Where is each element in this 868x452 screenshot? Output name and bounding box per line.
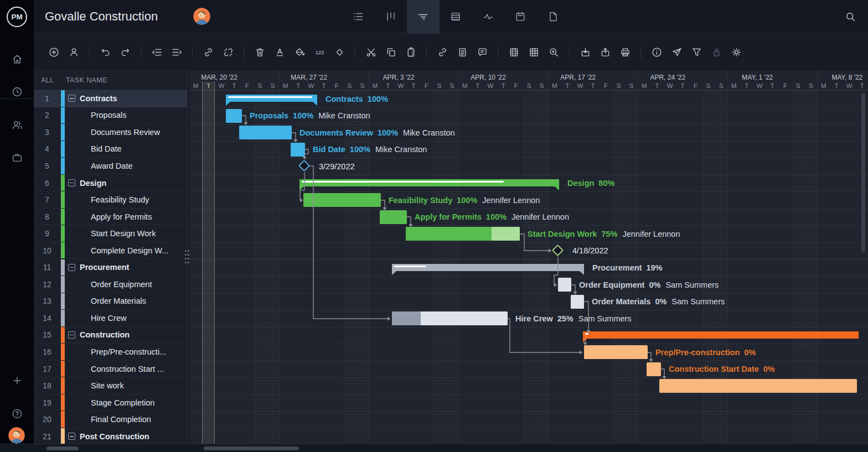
task-row-16[interactable]: 16Prep/Pre-constructi... <box>34 344 187 361</box>
task-row-12[interactable]: 12Order Equipment <box>34 276 187 293</box>
timeline-day-label: M <box>458 81 471 90</box>
cut-icon[interactable] <box>361 42 381 62</box>
view-tab-calendar-view[interactable] <box>504 0 537 33</box>
task-color-stripe <box>61 377 65 394</box>
task-row-8[interactable]: 8Apply for Permits <box>34 209 187 226</box>
add-user-icon[interactable] <box>64 42 84 62</box>
plus-icon[interactable] <box>0 371 34 391</box>
task-panel-scrollbar-thumb[interactable] <box>46 446 79 450</box>
task-row-7[interactable]: 7Feasibility Study <box>34 191 187 209</box>
table-icon[interactable] <box>524 42 544 62</box>
task-row-2[interactable]: 2Proposals <box>34 107 187 124</box>
undo-icon[interactable] <box>95 42 115 62</box>
home-icon[interactable] <box>0 49 34 69</box>
timeline-week-label: APR, 3 '22 <box>368 71 430 81</box>
task-row-21[interactable]: 21Post Construction <box>34 428 187 444</box>
columns-icon[interactable] <box>504 42 524 62</box>
task-row-9[interactable]: 9Start Design Work <box>34 225 187 242</box>
view-tab-document-view[interactable] <box>537 0 570 33</box>
timeline-day-label: W <box>304 81 317 90</box>
timeline-day-label: M <box>638 81 650 90</box>
timeline-day-label: S <box>804 81 817 90</box>
team-icon[interactable] <box>0 115 34 135</box>
search-icon[interactable] <box>841 8 859 25</box>
col-header-all[interactable]: ALL <box>41 76 54 84</box>
task-row-13[interactable]: 13Order Materials <box>34 293 187 310</box>
timeline-day-label: W <box>753 81 766 90</box>
copy-icon[interactable] <box>381 42 401 62</box>
task-row-3[interactable]: 3Documents Review <box>34 124 187 141</box>
timeline-day-label: F <box>510 81 523 90</box>
add-task-icon[interactable] <box>44 42 64 62</box>
numbers-icon[interactable]: 123 <box>309 42 329 62</box>
delete-icon[interactable] <box>250 42 270 62</box>
filter-icon[interactable] <box>686 42 706 62</box>
import-icon[interactable] <box>575 42 595 62</box>
timeline-day-label: F <box>600 81 612 90</box>
outdent-icon[interactable] <box>147 42 167 62</box>
task-row-4[interactable]: 4Bid Date <box>34 141 187 158</box>
collapse-icon[interactable] <box>68 433 75 440</box>
milestone-icon[interactable] <box>329 42 349 62</box>
collapse-icon[interactable] <box>68 95 75 102</box>
view-tab-board-view[interactable] <box>375 0 407 33</box>
task-row-11[interactable]: 11Procurement <box>34 259 187 277</box>
attachment-icon[interactable] <box>432 42 452 62</box>
horizontal-scrollbar <box>0 444 868 452</box>
settings-icon[interactable] <box>726 42 746 62</box>
task-row-20[interactable]: 20Final Completion <box>34 411 187 428</box>
task-row-14[interactable]: 14Hire Crew <box>34 310 187 327</box>
task-color-stripe <box>61 259 65 276</box>
vertical-scrollbar-thumb[interactable] <box>861 93 865 252</box>
timeline-day-label: S <box>343 81 356 90</box>
task-color-stripe <box>61 361 65 377</box>
collapse-icon[interactable] <box>68 179 75 186</box>
col-header-task-name[interactable]: TASK NAME <box>66 76 107 84</box>
row-number: 6 <box>34 175 61 191</box>
task-color-stripe <box>61 310 65 326</box>
project-avatar[interactable] <box>193 8 210 25</box>
clock-icon[interactable] <box>0 82 34 102</box>
print-icon[interactable] <box>615 42 635 62</box>
view-tab-activity-view[interactable] <box>472 0 504 33</box>
timeline-day-label: F <box>330 81 343 90</box>
portfolio-icon[interactable] <box>0 148 34 168</box>
text-format-icon[interactable] <box>270 42 290 62</box>
task-row-18[interactable]: 18Site work <box>34 377 187 394</box>
comment-icon[interactable] <box>472 42 492 62</box>
paste-icon[interactable] <box>401 42 421 62</box>
share-icon[interactable] <box>666 42 686 62</box>
task-row-19[interactable]: 19Stage Completion <box>34 394 187 412</box>
view-tabs <box>342 0 569 33</box>
unlink-tasks-icon[interactable] <box>218 42 238 62</box>
collapse-icon[interactable] <box>68 331 75 339</box>
timeline-day-label: T <box>471 81 484 90</box>
notes-icon[interactable] <box>452 42 472 62</box>
timeline-day-label: T <box>318 81 330 90</box>
timeline-week-label: MAY, 8 '22 <box>816 71 868 81</box>
zoom-in-icon[interactable] <box>544 42 564 62</box>
task-name: Feasibility Study <box>65 191 185 208</box>
view-tab-list-view[interactable] <box>342 0 375 33</box>
export-icon[interactable] <box>595 42 615 62</box>
help-icon[interactable] <box>0 404 34 424</box>
redo-icon[interactable] <box>115 42 135 62</box>
task-row-6[interactable]: 6Design <box>34 175 187 192</box>
task-row-15[interactable]: 15Construction <box>34 327 187 344</box>
collapse-icon[interactable] <box>68 264 75 271</box>
task-row-10[interactable]: 10Complete Design W... <box>34 242 187 259</box>
info-icon[interactable] <box>647 42 666 62</box>
task-row-5[interactable]: 5Award Date <box>34 158 187 175</box>
task-row-17[interactable]: 17Construction Start ... <box>34 361 187 378</box>
user-avatar[interactable] <box>8 427 25 444</box>
view-tab-sheet-view[interactable] <box>440 0 472 33</box>
pm-logo[interactable]: PM <box>7 7 27 27</box>
lock-icon[interactable] <box>706 42 726 62</box>
gantt-toolbar: 123 <box>34 34 868 71</box>
link-tasks-icon[interactable] <box>198 42 218 62</box>
task-row-1[interactable]: 1Contracts <box>34 90 187 107</box>
fill-color-icon[interactable] <box>290 42 309 62</box>
indent-icon[interactable] <box>167 42 187 62</box>
view-tab-gantt-view[interactable] <box>407 0 440 33</box>
gantt-scrollbar-thumb[interactable] <box>204 446 299 450</box>
